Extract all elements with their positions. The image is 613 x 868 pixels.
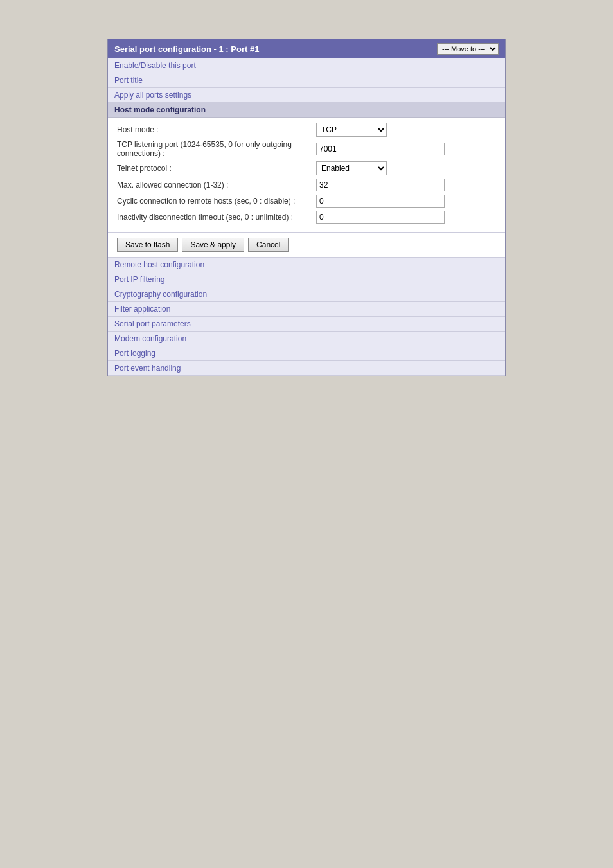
max-conn-row: Max. allowed connection (1-32) : xyxy=(117,179,496,191)
move-to-dropdown[interactable]: --- Move to --- xyxy=(437,43,499,55)
inactivity-control xyxy=(316,211,496,224)
tcp-port-label: TCP listening port (1024-65535, 0 for on… xyxy=(117,140,316,158)
save-apply-button[interactable]: Save & apply xyxy=(182,238,244,252)
form-area: Host mode : TCP UDP Serial tunneling TCP… xyxy=(108,118,505,233)
max-conn-input[interactable] xyxy=(316,179,445,191)
inactivity-input[interactable] xyxy=(316,211,445,224)
button-row: Save to flash Save & apply Cancel xyxy=(108,233,505,258)
section-host-mode-header: Host mode configuration xyxy=(108,103,505,118)
nav-remote-host[interactable]: Remote host configuration xyxy=(108,258,505,272)
tcp-port-input[interactable] xyxy=(316,143,445,155)
page-wrapper: Serial port configuration - 1 : Port #1 … xyxy=(0,0,613,868)
telnet-label: Telnet protocol : xyxy=(117,164,316,173)
inactivity-label: Inactivity disconnection timeout (sec, 0… xyxy=(117,213,316,222)
panel-header: Serial port configuration - 1 : Port #1 … xyxy=(108,39,505,58)
nav-port-title[interactable]: Port title xyxy=(108,73,505,88)
host-mode-select[interactable]: TCP UDP Serial tunneling xyxy=(316,123,387,137)
nav-port-event[interactable]: Port event handling xyxy=(108,361,505,376)
telnet-row: Telnet protocol : Enabled Disabled xyxy=(117,161,496,175)
nav-crypto[interactable]: Cryptography configuration xyxy=(108,287,505,302)
host-mode-label: Host mode : xyxy=(117,125,316,134)
main-panel: Serial port configuration - 1 : Port #1 … xyxy=(107,39,506,376)
cyclic-input[interactable] xyxy=(316,195,445,208)
nav-serial-params[interactable]: Serial port parameters xyxy=(108,317,505,332)
max-conn-label: Max. allowed connection (1-32) : xyxy=(117,181,316,190)
nav-apply-all[interactable]: Apply all ports settings xyxy=(108,88,505,103)
panel-title: Serial port configuration - 1 : Port #1 xyxy=(114,44,259,54)
telnet-select[interactable]: Enabled Disabled xyxy=(316,161,387,175)
max-conn-control xyxy=(316,179,496,191)
cyclic-label: Cyclic connection to remote hosts (sec, … xyxy=(117,197,316,206)
nav-filter-app[interactable]: Filter application xyxy=(108,302,505,317)
nav-port-logging[interactable]: Port logging xyxy=(108,346,505,361)
save-flash-button[interactable]: Save to flash xyxy=(117,238,178,252)
nav-enable-disable[interactable]: Enable/Disable this port xyxy=(108,58,505,73)
host-mode-control: TCP UDP Serial tunneling xyxy=(316,123,496,137)
telnet-control: Enabled Disabled xyxy=(316,161,496,175)
cyclic-row: Cyclic connection to remote hosts (sec, … xyxy=(117,195,496,208)
host-mode-row: Host mode : TCP UDP Serial tunneling xyxy=(117,123,496,137)
nav-modem[interactable]: Modem configuration xyxy=(108,332,505,346)
inactivity-row: Inactivity disconnection timeout (sec, 0… xyxy=(117,211,496,224)
cyclic-control xyxy=(316,195,496,208)
cancel-button[interactable]: Cancel xyxy=(248,238,289,252)
tcp-port-row: TCP listening port (1024-65535, 0 for on… xyxy=(117,140,496,158)
tcp-port-control xyxy=(316,143,496,155)
nav-port-ip[interactable]: Port IP filtering xyxy=(108,272,505,287)
